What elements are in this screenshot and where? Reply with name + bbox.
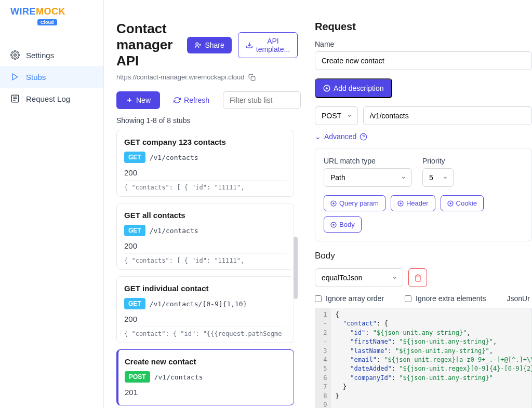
- share-button[interactable]: Share: [187, 37, 231, 53]
- nav-label: Stubs: [26, 73, 46, 81]
- method-badge: GET: [124, 225, 145, 236]
- method-select[interactable]: POST: [315, 106, 358, 125]
- copy-icon[interactable]: [248, 74, 256, 81]
- json-editor[interactable]: 1 -2 -3 4 5 6 7 8 9 10 { "contact": { "i…: [315, 308, 532, 408]
- nav-settings[interactable]: Settings: [0, 44, 103, 66]
- add-query-param-chip[interactable]: Query param: [324, 195, 385, 211]
- advanced-box: URL match type Path Priority 5: [315, 148, 532, 241]
- method-badge: GET: [124, 298, 145, 309]
- logo-wire: WIRE: [10, 6, 36, 17]
- new-label: New: [136, 96, 151, 104]
- help-icon[interactable]: [360, 133, 367, 141]
- svg-marker-1: [12, 74, 17, 80]
- logo: WIREMOCK Cloud: [0, 6, 103, 32]
- nav-label: Settings: [26, 51, 54, 60]
- add-header-chip[interactable]: Header: [391, 195, 435, 211]
- method-badge: GET: [124, 152, 145, 163]
- json-unit-label: JsonUr: [507, 294, 529, 303]
- priority-label: Priority: [422, 157, 454, 165]
- stub-status: 201: [125, 388, 286, 397]
- api-url: https://contact-manager.wiremockapi.clou…: [116, 73, 244, 81]
- stub-title: Create new contact: [125, 357, 286, 366]
- gear-icon: [10, 50, 20, 60]
- method-badge: POST: [125, 371, 150, 383]
- stub-card[interactable]: GET all contactsGET/v1/contacts200{ "con…: [116, 203, 294, 270]
- stub-title: GET all contacts: [124, 211, 286, 220]
- refresh-icon: [174, 97, 181, 104]
- chevron-down-icon: ⌄: [315, 132, 321, 141]
- stub-body-preview: { "contacts": [ { "id": "11111",: [124, 180, 286, 191]
- stub-path: /v1/contacts: [150, 154, 198, 161]
- stub-card[interactable]: GET individual contactGET/v1/contacts/[0…: [116, 276, 294, 343]
- add-cookie-chip[interactable]: Cookie: [441, 195, 484, 211]
- refresh-button[interactable]: Refresh: [166, 92, 217, 108]
- ignore-extra-elements-check[interactable]: Ignore extra elements: [405, 294, 486, 303]
- stub-body-preview: { "contact": { "id": "{{{request.pathSeg…: [124, 327, 286, 337]
- filter-input[interactable]: [223, 91, 301, 109]
- stubs-panel: Contact manager API Share API template..…: [104, 0, 307, 408]
- stub-path: /v1/contacts: [154, 373, 203, 381]
- add-description-button[interactable]: Add description: [315, 78, 392, 98]
- page-title: Contact manager API: [116, 21, 172, 69]
- download-icon: [246, 42, 253, 49]
- svg-rect-10: [251, 76, 256, 80]
- refresh-label: Refresh: [184, 96, 209, 104]
- name-input[interactable]: [315, 51, 532, 70]
- list-icon: [10, 94, 20, 103]
- delete-body-button[interactable]: [408, 268, 427, 287]
- stub-title: GET company 123 contacts: [124, 138, 286, 146]
- advanced-toggle[interactable]: ⌄ Advanced: [315, 132, 532, 141]
- add-desc-label: Add description: [334, 84, 384, 92]
- plus-circle-icon: [323, 85, 330, 92]
- user-plus-icon: [194, 42, 202, 49]
- stub-path: /v1/contacts: [150, 227, 198, 235]
- scrollbar[interactable]: [294, 237, 298, 299]
- nav-stubs[interactable]: Stubs: [0, 66, 103, 88]
- stub-card[interactable]: Create new contactPOST/v1/contacts201: [116, 349, 294, 405]
- priority-select[interactable]: 5: [422, 168, 454, 187]
- nav-label: Request Log: [26, 94, 70, 103]
- url-match-select[interactable]: Path: [324, 168, 412, 187]
- svg-point-0: [14, 54, 17, 57]
- stub-card[interactable]: GET company 123 contactsGET/v1/contacts2…: [116, 130, 294, 197]
- stub-path: /v1/contacts/[0-9]{1,10}: [150, 300, 247, 308]
- stub-status: 200: [124, 315, 286, 323]
- results-count: Showing 1-8 of 8 stubs: [116, 116, 294, 125]
- new-button[interactable]: New: [116, 91, 160, 109]
- svg-point-6: [196, 43, 198, 45]
- stub-title: GET individual contact: [124, 284, 286, 293]
- stub-body-preview: { "contacts": [ { "id": "11111",: [124, 253, 286, 264]
- url-match-label: URL match type: [324, 157, 412, 165]
- path-input[interactable]: [363, 106, 532, 125]
- logo-cloud-badge: Cloud: [37, 19, 57, 25]
- logo-mock: MOCK: [36, 6, 65, 17]
- stub-status: 200: [124, 241, 286, 250]
- advanced-label: Advanced: [324, 132, 356, 141]
- add-body-chip[interactable]: Body: [324, 216, 362, 233]
- nav-request-log[interactable]: Request Log: [0, 88, 103, 110]
- share-label: Share: [205, 41, 224, 49]
- play-icon: [10, 72, 20, 81]
- plus-icon: [126, 97, 133, 104]
- template-label: API template...: [256, 37, 290, 53]
- request-panel: Request Name Add description POST: [307, 0, 532, 408]
- api-template-button[interactable]: API template...: [238, 32, 298, 58]
- request-section-title: Request: [315, 21, 532, 33]
- ignore-array-order-check[interactable]: Ignore array order: [315, 294, 384, 303]
- body-match-select[interactable]: equalToJson: [315, 268, 403, 287]
- body-section-title: Body: [315, 251, 532, 261]
- stub-status: 200: [124, 168, 286, 177]
- name-label: Name: [315, 40, 532, 48]
- sidebar: WIREMOCK Cloud Settings Stubs R: [0, 0, 104, 408]
